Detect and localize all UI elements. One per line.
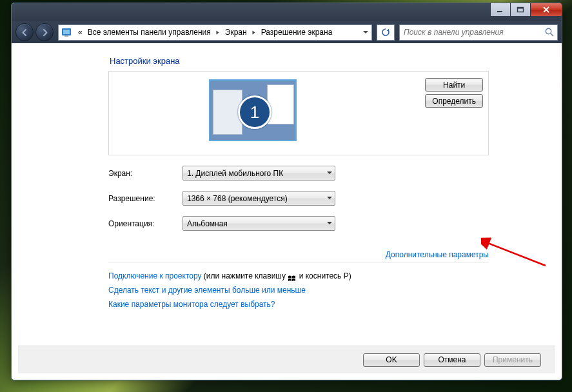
monitor-preview-box: 1 Найти Определить <box>108 71 489 155</box>
svg-rect-4 <box>63 30 70 34</box>
projector-link[interactable]: Подключение к проектору <box>108 271 202 280</box>
ok-button[interactable]: OK <box>363 353 420 367</box>
identify-button[interactable]: Определить <box>425 94 483 108</box>
resolution-label: Разрешение: <box>108 194 182 203</box>
svg-rect-5 <box>64 35 68 37</box>
chevron-down-icon <box>327 170 332 175</box>
projector-tail1: (или нажмите клавишу <box>202 271 288 280</box>
resolution-select[interactable]: 1366 × 768 (рекомендуется) <box>182 191 335 206</box>
control-panel-icon <box>61 26 74 38</box>
window: « Все элементы панели управления Экран Р… <box>11 3 562 380</box>
apply-button: Применить <box>484 353 541 367</box>
back-button[interactable] <box>15 23 34 41</box>
search-box[interactable] <box>399 24 558 41</box>
window-maximize-button[interactable] <box>510 3 530 17</box>
display-label: Экран: <box>108 169 182 178</box>
nav-toolbar: « Все элементы панели управления Экран Р… <box>12 21 562 43</box>
resolution-value: 1366 × 768 (рекомендуется) <box>187 194 288 203</box>
forward-button[interactable] <box>35 23 54 41</box>
refresh-button[interactable] <box>377 24 395 41</box>
breadcrumb-separator-icon[interactable] <box>213 25 222 40</box>
breadcrumb-separator-icon[interactable] <box>250 25 259 40</box>
svg-point-6 <box>546 28 551 34</box>
cancel-button[interactable]: Отмена <box>424 353 480 367</box>
window-minimize-button[interactable] <box>490 3 510 17</box>
advanced-settings-link[interactable]: Дополнительные параметры <box>386 250 489 259</box>
svg-rect-0 <box>497 11 502 12</box>
orientation-select[interactable]: Альбомная <box>182 216 335 231</box>
breadcrumb-item[interactable]: Все элементы панели управления <box>85 25 213 40</box>
window-close-button[interactable] <box>530 3 562 17</box>
orientation-value: Альбомная <box>187 219 228 228</box>
chevron-down-icon <box>327 220 332 226</box>
monitor-preview[interactable]: 1 <box>209 79 297 141</box>
svg-rect-2 <box>518 8 524 9</box>
address-bar[interactable]: « Все элементы панели управления Экран Р… <box>58 24 372 41</box>
breadcrumb-item[interactable]: Разрешение экрана <box>259 25 335 40</box>
breadcrumb-prefix[interactable]: « <box>75 25 85 40</box>
windows-key-icon <box>288 273 297 280</box>
titlebar[interactable] <box>12 3 562 21</box>
monitor-number: 1 <box>238 95 271 129</box>
detect-button[interactable]: Найти <box>425 78 483 92</box>
search-icon <box>544 27 555 37</box>
projector-tail2: и коснитесь P) <box>297 271 351 280</box>
dialog-footer: OK Отмена Применить <box>18 346 555 373</box>
page-heading: Настройки экрана <box>110 56 489 66</box>
display-select[interactable]: 1. Дисплей мобильного ПК <box>182 166 335 181</box>
text-size-link[interactable]: Сделать текст и другие элементы больше и… <box>108 286 306 295</box>
which-monitor-link[interactable]: Какие параметры монитора следует выбрать… <box>108 300 275 309</box>
breadcrumb-item[interactable]: Экран <box>222 25 250 40</box>
chevron-down-icon <box>327 195 332 201</box>
display-value: 1. Дисплей мобильного ПК <box>187 169 283 178</box>
search-input[interactable] <box>402 27 544 37</box>
content-area: Настройки экрана 1 Найти Определить Экра… <box>18 48 555 373</box>
address-dropdown[interactable] <box>359 25 371 40</box>
orientation-label: Ориентация: <box>108 219 182 228</box>
